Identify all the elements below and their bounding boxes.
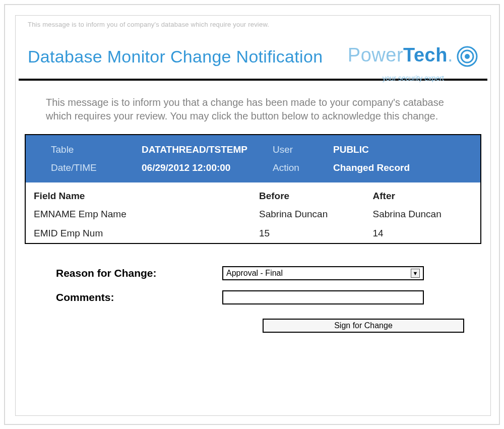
summary-table-value: DATATHREAD/TSTEMP xyxy=(142,144,273,155)
cell-after: 14 xyxy=(367,224,481,243)
reason-select-value: Approval - Final xyxy=(226,269,283,278)
change-summary-box: Table DATATHREAD/TSTEMP User PUBLIC Date… xyxy=(25,134,481,244)
summary-datetime-label: Date/TIME xyxy=(51,162,142,173)
reason-label: Reason for Change: xyxy=(56,267,222,279)
logo-word-2: Tech xyxy=(403,44,448,66)
cell-after: Sabrina Duncan xyxy=(367,205,481,224)
table-row: EMID Emp Num 15 14 xyxy=(26,224,480,243)
col-field: Field Name xyxy=(26,182,253,205)
acknowledge-form: Reason for Change: Approval - Final ▼ Co… xyxy=(16,244,490,333)
col-before: Before xyxy=(253,182,367,205)
summary-user-label: User xyxy=(273,144,333,155)
intro-text: This message is to inform you that a cha… xyxy=(16,81,490,134)
swirl-icon xyxy=(456,45,478,68)
col-after: After xyxy=(367,182,481,205)
notification-card: This message is to inform you of company… xyxy=(15,15,491,416)
chevron-down-icon: ▼ xyxy=(411,269,420,278)
outer-frame: This message is to inform you of company… xyxy=(4,4,500,425)
summary-datetime-value: 06/29/2012 12:00:00 xyxy=(142,162,273,173)
summary-action-label: Action xyxy=(273,162,333,173)
summary-action-value: Changed Record xyxy=(333,162,464,173)
sign-for-change-button[interactable]: Sign for Change xyxy=(263,319,464,333)
cell-before: Sabrina Duncan xyxy=(253,205,367,224)
comments-input[interactable] xyxy=(222,290,424,304)
logo-text: PowerTech. xyxy=(348,45,453,65)
cell-field: EMID Emp Num xyxy=(26,224,253,243)
logo-dot: . xyxy=(448,44,453,66)
logo-word-1: Power xyxy=(348,44,403,66)
reason-select[interactable]: Approval - Final ▼ xyxy=(222,266,424,280)
brand-logo: PowerTech. xyxy=(348,45,478,68)
logo-tagline: your security expert xyxy=(383,74,444,82)
change-table: Field Name Before After EMNAME Emp Name … xyxy=(26,182,480,243)
table-header-row: Field Name Before After xyxy=(26,182,480,205)
page-title: Database Monitor Change Notification xyxy=(28,47,323,67)
preheader-text: This message is to inform you of company… xyxy=(16,16,490,28)
cell-before: 15 xyxy=(253,224,367,243)
table-row: EMNAME Emp Name Sabrina Duncan Sabrina D… xyxy=(26,205,480,224)
header: Database Monitor Change Notification Pow… xyxy=(16,28,490,79)
cell-field: EMNAME Emp Name xyxy=(26,205,253,224)
comments-label: Comments: xyxy=(56,291,222,303)
summary-user-value: PUBLIC xyxy=(333,144,464,155)
svg-point-2 xyxy=(465,54,470,59)
summary-table-label: Table xyxy=(51,144,142,155)
summary-panel: Table DATATHREAD/TSTEMP User PUBLIC Date… xyxy=(26,135,480,182)
